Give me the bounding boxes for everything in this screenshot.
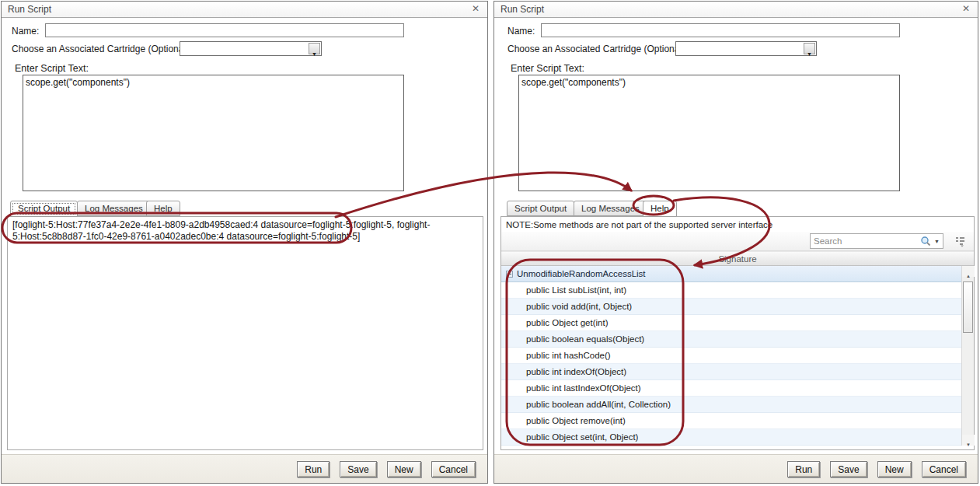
name-input[interactable] [45,23,404,37]
table-row[interactable]: public boolean equals(Object) [501,331,961,348]
table-row[interactable]: public boolean addAll(int, Collection) [501,397,961,413]
chevron-down-icon: ▼ [312,51,317,57]
dialog-title: Run Script [8,4,51,15]
search-icon [920,236,931,246]
scroll-up-button[interactable]: ▲ [962,266,975,277]
name-label: Name: [12,26,39,37]
tab-log-messages[interactable]: Log Messages [574,201,647,216]
tab-log-messages[interactable]: Log Messages [77,201,151,216]
signature-cell: public Object set(int, Object) [526,432,638,442]
table-row[interactable]: public int lastIndexOf(Object) [501,380,961,397]
dialog-footer: Run Save New Cancel [2,454,487,483]
cancel-button[interactable]: Cancel [431,461,476,477]
cancel-button[interactable]: Cancel [922,461,966,477]
search-box[interactable]: ▼ [810,233,943,249]
new-button[interactable]: New [877,461,912,477]
cartridge-label: Choose an Associated Cartridge (Optional… [507,44,687,54]
name-input[interactable] [541,23,900,37]
search-input[interactable] [814,236,920,246]
run-script-dialog-right: Run Script ✕ Name: Choose an Associated … [493,1,978,484]
triangle-up-icon: ▲ [966,274,971,278]
help-panel: NOTE:Some methods are not part of the su… [500,216,975,450]
name-label: Name: [507,26,535,37]
script-text-label: Enter Script Text: [511,63,584,74]
cartridge-label: Choose an Associated Cartridge (Optional… [12,44,191,54]
tab-label: Log Messages [581,204,640,213]
chevron-down-icon: ▼ [807,51,812,57]
vertical-scrollbar[interactable]: ▲ ▼ [961,266,974,446]
table-header-signature: Signature [501,251,974,266]
title-bar: Run Script ✕ [494,2,978,18]
group-label: UnmodifiableRandomAccessList [517,269,646,278]
run-button[interactable]: Run [787,461,820,477]
tab-label: Script Output [18,204,70,213]
combo-dropdown-button[interactable]: ▼ [309,43,320,54]
table-group-row[interactable]: UnmodifiableRandomAccessList [501,266,961,282]
table-row[interactable]: public Object set(int, Object) [501,429,961,446]
triangle-down-icon: ▼ [966,442,971,447]
signature-table: UnmodifiableRandomAccessList public List… [501,266,961,446]
script-output-panel: [foglight-5:Host:77fe37a4-2e2e-4fe1-b809… [7,216,483,450]
combo-dropdown-button[interactable]: ▼ [804,43,815,54]
dialog-title: Run Script [500,4,544,15]
table-row[interactable]: public void add(int, Object) [501,299,961,315]
collapse-icon[interactable] [506,271,513,278]
new-button[interactable]: New [387,461,421,477]
script-text-label: Enter Script Text: [15,63,89,74]
tab-label: Help [650,204,669,213]
tab-help[interactable]: Help [643,201,677,217]
save-button[interactable]: Save [830,461,867,477]
signature-cell: public int lastIndexOf(Object) [526,383,641,393]
run-script-dialog-left: Run Script ✕ Name: Choose an Associated … [1,1,488,484]
signature-cell: public void add(int, Object) [526,302,632,311]
scroll-down-button[interactable]: ▼ [962,435,975,446]
script-text-area[interactable]: scope.get("components") [518,75,900,191]
help-toolbar: ▼ [501,232,974,251]
search-options-arrow-icon[interactable]: ▼ [934,239,940,244]
signature-cell: public Object remove(int) [526,416,626,425]
tab-script-output[interactable]: Script Output [507,201,574,216]
tab-label: Script Output [514,204,567,213]
tab-label: Log Messages [85,204,143,213]
signature-cell: public int hashCode() [526,351,611,360]
run-button[interactable]: Run [297,461,330,477]
close-icon[interactable]: ✕ [962,3,970,14]
table-row[interactable]: public int hashCode() [501,348,961,364]
table-row[interactable]: public int indexOf(Object) [501,364,961,380]
tab-help[interactable]: Help [146,201,180,216]
close-icon[interactable]: ✕ [472,3,480,14]
tab-label: Help [154,204,173,213]
help-note: NOTE:Some methods are not part of the su… [501,217,974,231]
cartridge-select[interactable]: ▼ [675,41,817,56]
table-options-icon[interactable] [954,235,966,247]
signature-cell: public boolean equals(Object) [526,334,644,344]
signature-cell: public Object get(int) [526,318,608,327]
signature-cell: public List subList(int, int) [526,285,626,295]
cartridge-select[interactable]: ▼ [180,41,322,56]
dialog-footer: Run Save New Cancel [494,454,978,483]
script-output-text: [foglight-5:Host:77fe37a4-2e2e-4fe1-b809… [8,217,443,245]
table-row[interactable]: public Object get(int) [501,315,961,331]
table-row[interactable]: public Object remove(int) [501,413,961,429]
scrollbar-thumb[interactable] [963,281,973,333]
title-bar: Run Script ✕ [2,2,487,18]
script-text-area[interactable]: scope.get("components") [23,75,404,191]
signature-cell: public boolean addAll(int, Collection) [526,400,671,409]
save-button[interactable]: Save [340,461,376,477]
tab-script-output[interactable]: Script Output [10,201,78,217]
table-row[interactable]: public List subList(int, int) [501,282,961,299]
signature-cell: public int indexOf(Object) [526,367,626,376]
